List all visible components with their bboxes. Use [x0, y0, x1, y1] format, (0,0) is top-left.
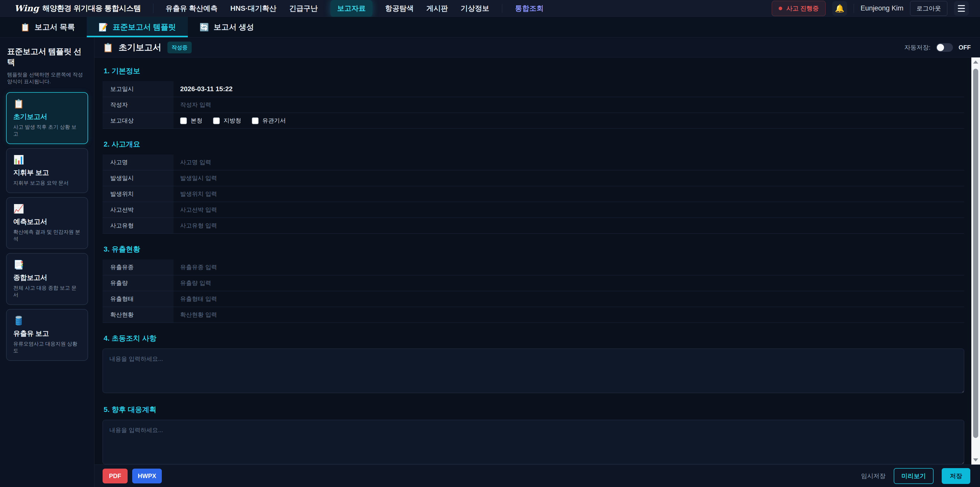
tab-report-list[interactable]: 📋 보고서 목록 [9, 17, 87, 37]
section-heading: 4. 초동조치 사항 [103, 334, 964, 342]
template-card-oil-spill-report[interactable]: 🛢️ 유출유 보고 유류오염사고 대응지원 상황도 [6, 309, 88, 361]
template-card-prediction-report[interactable]: 📈 예측보고서 확산예측 결과 및 민감자원 분석 [6, 197, 88, 249]
checkbox-related-agency[interactable]: 유관기서 [252, 117, 286, 125]
occurrence-location-field[interactable] [180, 190, 964, 197]
incident-name-field[interactable] [180, 159, 964, 166]
template-card-initial-report[interactable]: 📋 초기보고서 사고 발생 직후 초기 상황 보고 [6, 92, 88, 144]
field-label: 보고일시 [103, 81, 173, 97]
field-label: 확산현황 [103, 307, 173, 323]
tab-standard-template[interactable]: 📝 표준보고서 템플릿 [87, 17, 188, 37]
incident-type-field[interactable] [180, 222, 964, 229]
checkbox-icon [252, 118, 259, 124]
checkbox-headquarters[interactable]: 본청 [180, 117, 202, 125]
template-desc: 사고 발생 직후 초기 상황 보고 [13, 124, 81, 137]
autosave-toggle[interactable] [936, 43, 953, 52]
user-name: Eunjeong Kim [861, 4, 904, 12]
field-label: 사고명 [103, 155, 173, 170]
oil-type-field[interactable] [180, 264, 964, 271]
initial-actions-textarea[interactable] [103, 348, 964, 393]
sidebar-subtitle: 템플릿을 선택하면 오른쪽에 작성 양식이 표시됩니다. [7, 71, 88, 85]
app-logo: Wing 해양환경 위기대응 통합시스템 [14, 3, 141, 14]
section-initial-actions: 4. 초동조치 사항 [103, 334, 964, 394]
tab-report-list-label: 보고서 목록 [35, 22, 75, 32]
tab-standard-template-label: 표준보고서 템플릿 [113, 22, 176, 32]
clipboard-icon: 📋 [103, 42, 113, 53]
template-desc: 전체 사고 대응 종합 보고 문서 [13, 284, 81, 298]
spill-status-table: 유출유종 유출량 유출형태 [103, 259, 964, 323]
field-label: 유출형태 [103, 291, 173, 307]
nav-item-aerial-search[interactable]: 항공탐색 [385, 3, 414, 13]
nav-item-weather-info[interactable]: 기상정보 [461, 3, 489, 13]
top-bar: Wing 해양환경 위기대응 통합시스템 유출유 확산예측 HNS·대기확산 긴… [0, 0, 980, 17]
tab-report-generate-label: 보고서 생성 [213, 22, 254, 32]
nav-item-emergency-rescue[interactable]: 긴급구난 [289, 3, 318, 13]
table-row: 사고명 [103, 155, 964, 170]
memo-icon: 📝 [99, 23, 108, 32]
field-label: 유출량 [103, 275, 173, 291]
export-hwpx-button[interactable]: HWPX [132, 469, 162, 484]
field-label: 발생위치 [103, 186, 173, 202]
app-root: Wing 해양환경 위기대응 통합시스템 유출유 확산예측 HNS·대기확산 긴… [0, 0, 980, 487]
table-row: 사고선박 [103, 202, 964, 218]
table-row: 발생위치 [103, 186, 964, 202]
form-header: 📋 초기보고서 작성중 자동저장: OFF [94, 38, 980, 57]
nav-item-reports[interactable]: 보고자료 [331, 0, 372, 17]
future-plan-textarea[interactable] [103, 420, 964, 464]
spill-form-field[interactable] [180, 295, 964, 302]
status-badge: 작성중 [167, 42, 192, 53]
nav-item-oil-spill-prediction[interactable]: 유출유 확산예측 [165, 3, 218, 13]
scrollbar-thumb[interactable] [973, 69, 978, 438]
template-name: 예측보고서 [13, 217, 81, 226]
notification-button[interactable]: 🔔 [832, 1, 847, 16]
tab-report-generate[interactable]: 🔄 보고서 생성 [188, 17, 266, 37]
table-row: 확산현황 [103, 307, 964, 323]
report-tab-bar: 📋 보고서 목록 📝 표준보고서 템플릿 🔄 보고서 생성 [0, 17, 980, 38]
field-label: 유출유종 [103, 259, 173, 275]
scroll-up-arrow-icon[interactable] [973, 61, 978, 64]
bar-chart-icon: 📊 [13, 155, 81, 165]
template-desc: 확산예측 결과 및 민감자원 분석 [13, 228, 81, 242]
spill-amount-field[interactable] [180, 279, 964, 287]
logout-button[interactable]: 로그아웃 [910, 1, 947, 16]
hamburger-menu-button[interactable] [954, 1, 969, 16]
incident-status-badge[interactable]: 사고 진행중 [772, 1, 826, 16]
incident-dot-icon [779, 6, 782, 10]
section-spill-status: 3. 유출현황 유출유종 유출량 유출형태 [103, 245, 964, 323]
template-desc: 지휘부 보고용 요약 문서 [13, 179, 81, 187]
nav-item-hns-air-diffusion[interactable]: HNS·대기확산 [231, 3, 277, 13]
export-pdf-button[interactable]: PDF [103, 469, 127, 484]
nav-item-integrated-search[interactable]: 통합조회 [515, 3, 544, 13]
save-button[interactable]: 저장 [942, 468, 970, 484]
preview-button[interactable]: 미리보기 [894, 468, 934, 484]
diffusion-status-field[interactable] [180, 311, 964, 318]
section-heading: 2. 사고개요 [103, 140, 964, 148]
bell-icon: 🔔 [835, 4, 844, 13]
section-heading: 3. 유출현황 [103, 245, 964, 253]
section-future-response-plan: 5. 향후 대응계획 [103, 405, 964, 465]
autosave-label: 자동저장: [904, 43, 931, 51]
template-card-command-report[interactable]: 📊 지휘부 보고 지휘부 보고용 요약 문서 [6, 148, 88, 193]
oil-drum-icon: 🛢️ [13, 316, 81, 326]
autosave-control: 자동저장: OFF [904, 43, 971, 52]
bookmark-tabs-icon: 📑 [13, 260, 81, 270]
section-incident-overview: 2. 사고개요 사고명 발생일시 발생위치 [103, 140, 964, 234]
incident-overview-table: 사고명 발생일시 발생위치 [103, 155, 964, 234]
author-field[interactable] [180, 101, 964, 108]
template-name: 유출유 보고 [13, 329, 81, 338]
temp-save-button[interactable]: 임시저장 [861, 472, 886, 480]
table-row: 발생일시 [103, 170, 964, 186]
field-label: 사고선박 [103, 202, 173, 217]
sidebar-title: 표준보고서 템플릿 선택 [7, 46, 88, 68]
logo-divider [153, 3, 153, 13]
incident-vessel-field[interactable] [180, 206, 964, 213]
occurrence-datetime-field[interactable] [180, 175, 964, 182]
vertical-scrollbar[interactable] [971, 57, 980, 465]
scroll-down-arrow-icon[interactable] [973, 458, 978, 461]
incident-badge-label: 사고 진행중 [786, 4, 819, 13]
checkbox-regional-office[interactable]: 지방청 [213, 117, 241, 125]
template-list: 📋 초기보고서 사고 발생 직후 초기 상황 보고 📊 지휘부 보고 지휘부 보… [6, 92, 88, 361]
checkbox-label: 본청 [191, 117, 202, 125]
template-card-comprehensive-report[interactable]: 📑 종합보고서 전체 사고 대응 종합 보고 문서 [6, 253, 88, 305]
table-row: 유출유종 [103, 259, 964, 275]
nav-item-board[interactable]: 게시판 [426, 3, 448, 13]
